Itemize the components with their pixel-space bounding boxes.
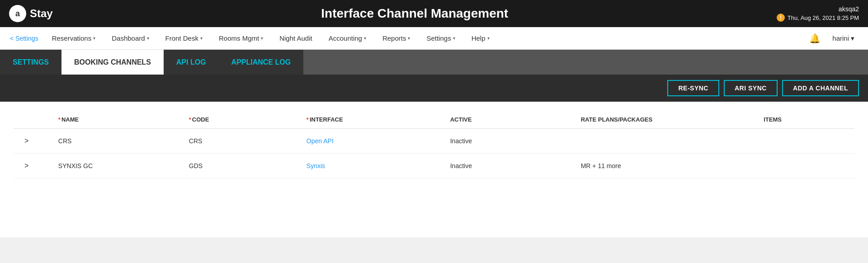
- chevron-down-icon: ▾: [408, 36, 410, 41]
- row-code-synxis: GDS: [182, 154, 299, 178]
- nav-item-roomsmgmt[interactable]: Rooms Mgmt ▾: [211, 27, 271, 50]
- nav-item-nightaudit[interactable]: Night Audit: [271, 27, 321, 50]
- nav-item-reservations[interactable]: Reservations ▾: [44, 27, 104, 50]
- row-items-synxis: [756, 154, 854, 178]
- nav-item-frontdesk[interactable]: Front Desk ▾: [157, 27, 211, 50]
- page-title: Interface Channel Management: [53, 6, 777, 21]
- col-header-interface: *INTERFACE: [299, 111, 443, 129]
- chevron-down-icon: ▾: [261, 36, 263, 41]
- chevron-down-icon: ▾: [93, 36, 95, 41]
- row-expand-synxis[interactable]: >: [14, 154, 51, 178]
- tab-settings[interactable]: SETTINGS: [0, 50, 61, 75]
- add-channel-button[interactable]: ADD A CHANNEL: [782, 80, 859, 96]
- nav-item-accounting[interactable]: Accounting ▾: [321, 27, 374, 50]
- resync-button[interactable]: RE-SYNC: [667, 80, 719, 96]
- row-items-crs: [756, 129, 854, 154]
- tab-appliance-log[interactable]: APPLIANCE LOG: [219, 50, 304, 75]
- required-star: *: [307, 116, 309, 123]
- nav-item-reports[interactable]: Reports ▾: [374, 27, 419, 50]
- top-bar: a Stay Interface Channel Management aksq…: [0, 0, 868, 27]
- nav-item-settings[interactable]: Settings ▾: [418, 27, 463, 50]
- row-expand-crs[interactable]: >: [14, 129, 51, 154]
- nav-item-help[interactable]: Help ▾: [463, 27, 498, 50]
- nav-bar: < Settings Reservations ▾ Dashboard ▾ Fr…: [0, 27, 868, 50]
- row-interface-synxis: Synxis: [299, 154, 443, 178]
- table-row: > SYNXIS GC GDS Synxis Inactive MR + 11 …: [14, 154, 854, 178]
- row-rate-synxis: MR + 11 more: [574, 154, 757, 178]
- channels-table: *NAME *CODE *INTERFACE ACTIVE RATE PLANS…: [14, 111, 854, 178]
- row-active-synxis: Inactive: [443, 154, 574, 178]
- row-name-synxis: SYNXIS GC: [51, 154, 182, 178]
- logo-area: a Stay: [9, 5, 53, 22]
- row-name-crs: CRS: [51, 129, 182, 154]
- action-bar: RE-SYNC ARI SYNC ADD A CHANNEL: [0, 75, 868, 102]
- table-container: *NAME *CODE *INTERFACE ACTIVE RATE PLANS…: [0, 102, 868, 237]
- row-active-crs: Inactive: [443, 129, 574, 154]
- top-right-info: aksqa2 ! Thu, Aug 26, 2021 8:25 PM: [777, 5, 859, 22]
- required-star: *: [58, 116, 61, 123]
- chevron-down-icon: ▾: [487, 36, 490, 41]
- col-header-name: *NAME: [51, 111, 182, 129]
- nav-items: Reservations ▾ Dashboard ▾ Front Desk ▾ …: [44, 27, 802, 50]
- username-label: aksqa2: [839, 5, 859, 13]
- app-name: Stay: [30, 7, 53, 20]
- col-header-expand: [14, 111, 51, 129]
- col-header-code: *CODE: [182, 111, 299, 129]
- required-star: *: [189, 116, 191, 123]
- col-header-rate-plans: RATE PLANS/PACKAGES: [574, 111, 757, 129]
- tab-api-log[interactable]: API LOG: [164, 50, 219, 75]
- table-row: > CRS CRS Open API Inactive: [14, 129, 854, 154]
- notification-bell-icon[interactable]: 🔔: [806, 33, 824, 44]
- chevron-down-icon: ▾: [364, 36, 366, 41]
- tabs-bar: SETTINGS BOOKING CHANNELS API LOG APPLIA…: [0, 50, 868, 75]
- row-rate-crs: [574, 129, 757, 154]
- datetime-label: Thu, Aug 26, 2021 8:25 PM: [788, 14, 859, 21]
- logo-icon: a: [9, 5, 26, 22]
- expand-icon[interactable]: >: [21, 160, 32, 171]
- col-header-items: ITEMS: [756, 111, 854, 129]
- user-menu[interactable]: harini ▾: [828, 34, 859, 42]
- row-code-crs: CRS: [182, 129, 299, 154]
- chevron-down-icon: ▾: [851, 34, 854, 42]
- col-header-active: ACTIVE: [443, 111, 574, 129]
- back-to-settings-link[interactable]: < Settings: [5, 35, 44, 42]
- warning-icon: !: [777, 14, 785, 22]
- chevron-down-icon: ▾: [453, 36, 455, 41]
- nav-right: 🔔 harini ▾: [801, 33, 863, 44]
- table-header-row: *NAME *CODE *INTERFACE ACTIVE RATE PLANS…: [14, 111, 854, 129]
- nav-item-dashboard[interactable]: Dashboard ▾: [104, 27, 157, 50]
- chevron-down-icon: ▾: [200, 36, 203, 41]
- arisync-button[interactable]: ARI SYNC: [724, 80, 778, 96]
- expand-icon[interactable]: >: [21, 135, 32, 146]
- chevron-down-icon: ▾: [147, 36, 149, 41]
- row-interface-crs: Open API: [299, 129, 443, 154]
- tab-booking-channels[interactable]: BOOKING CHANNELS: [61, 50, 164, 75]
- datetime-row: ! Thu, Aug 26, 2021 8:25 PM: [777, 14, 859, 22]
